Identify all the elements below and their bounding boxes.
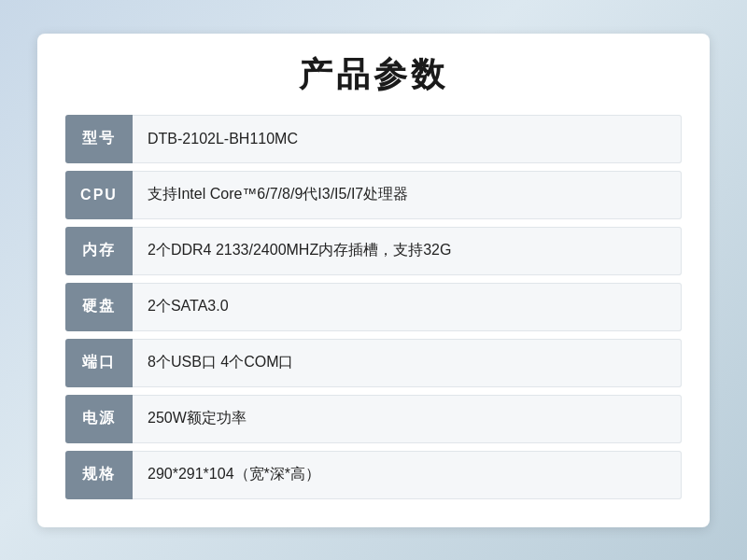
spec-label-6: 规格	[65, 451, 133, 499]
spec-row: CPU支持Intel Core™6/7/8/9代I3/I5/I7处理器	[65, 171, 682, 219]
spec-value-4: 8个USB口 4个COM口	[133, 339, 682, 387]
spec-row: 内存2个DDR4 2133/2400MHZ内存插槽，支持32G	[65, 227, 682, 275]
spec-value-3: 2个SATA3.0	[133, 283, 682, 331]
spec-value-1: 支持Intel Core™6/7/8/9代I3/I5/I7处理器	[133, 171, 682, 219]
spec-label-1: CPU	[65, 171, 133, 219]
spec-row: 规格290*291*104（宽*深*高）	[65, 451, 682, 499]
spec-label-3: 硬盘	[65, 283, 133, 331]
spec-label-4: 端口	[65, 339, 133, 387]
spec-value-2: 2个DDR4 2133/2400MHZ内存插槽，支持32G	[133, 227, 682, 275]
spec-table: 型号DTB-2102L-BH110MCCPU支持Intel Core™6/7/8…	[65, 115, 682, 499]
spec-row: 硬盘2个SATA3.0	[65, 283, 682, 331]
spec-label-2: 内存	[65, 227, 133, 275]
spec-value-5: 250W额定功率	[133, 395, 682, 443]
spec-row: 电源250W额定功率	[65, 395, 682, 443]
spec-row: 端口8个USB口 4个COM口	[65, 339, 682, 387]
spec-label-5: 电源	[65, 395, 133, 443]
spec-row: 型号DTB-2102L-BH110MC	[65, 115, 682, 163]
product-spec-card: 产品参数 型号DTB-2102L-BH110MCCPU支持Intel Core™…	[37, 34, 710, 527]
spec-value-6: 290*291*104（宽*深*高）	[133, 451, 682, 499]
page-title: 产品参数	[65, 52, 682, 98]
spec-value-0: DTB-2102L-BH110MC	[133, 115, 682, 163]
spec-label-0: 型号	[65, 115, 133, 163]
